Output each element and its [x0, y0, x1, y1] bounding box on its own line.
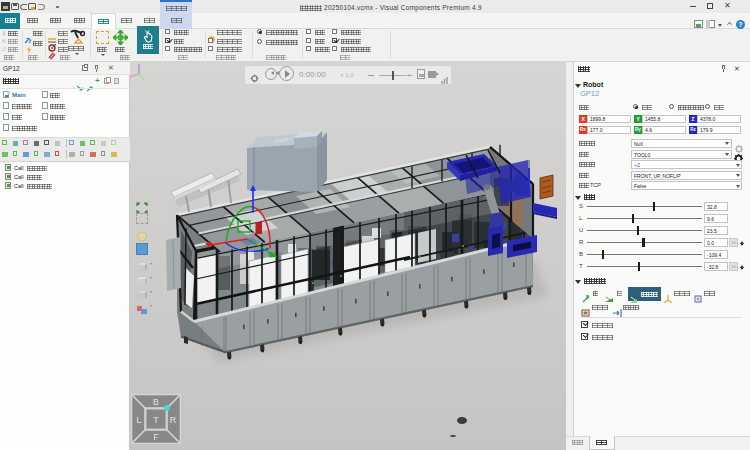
svg-text:L: L	[136, 415, 141, 425]
svg-text:F: F	[153, 432, 159, 442]
svg-text:T: T	[153, 415, 159, 425]
svg-text:R: R	[170, 415, 177, 425]
svg-text:B: B	[153, 397, 159, 407]
